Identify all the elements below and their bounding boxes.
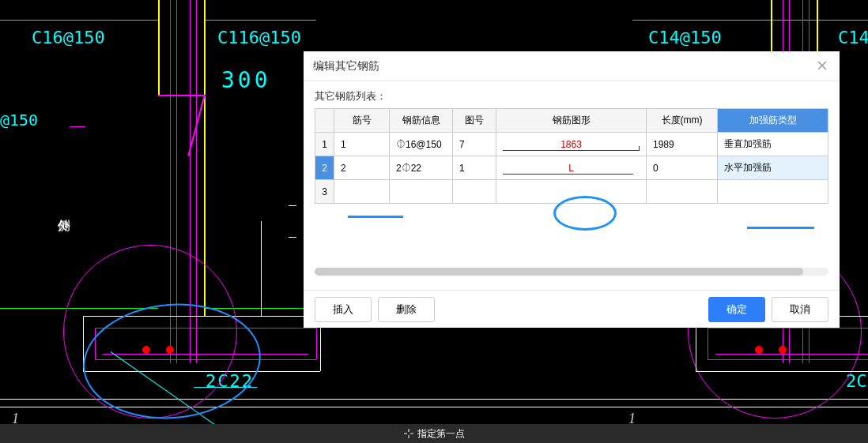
dialog-header: 编辑其它钢筋: [304, 51, 840, 81]
rebar-table: 筋号 钢筋信息 图号 钢筋图形 长度(mm) 加强筋类型 1 1 ⏀16@150…: [315, 108, 828, 204]
cad-label: C116@150: [217, 28, 301, 47]
table-row[interactable]: 1 1 ⏀16@150 7 1863 1989 垂直加强筋: [315, 133, 828, 156]
cell-info[interactable]: [390, 180, 453, 204]
status-bar: 指定第一点: [0, 424, 868, 443]
horizontal-scrollbar[interactable]: [315, 268, 828, 276]
header-length[interactable]: 长度(mm): [647, 109, 718, 133]
header-type[interactable]: 加强筋类型: [718, 109, 828, 133]
cell-type[interactable]: 水平加强筋: [718, 156, 828, 180]
row-num-cell[interactable]: 1: [315, 133, 334, 156]
header-rownum: [315, 109, 334, 133]
cell-type[interactable]: 垂直加强筋: [718, 133, 828, 156]
header-shapenum[interactable]: 图号: [453, 109, 496, 133]
shape-value: L: [503, 163, 640, 174]
row-num-cell[interactable]: 2: [315, 156, 334, 180]
cell-type[interactable]: [718, 180, 828, 204]
edit-rebar-dialog: 编辑其它钢筋 其它钢筋列表： 筋号 钢筋信息 图号 钢筋图形 长度(mm) 加强…: [304, 51, 840, 328]
dialog-footer: 插入 删除 确定 取消: [304, 290, 840, 328]
cell-id[interactable]: [334, 180, 390, 204]
cad-label: C16@150: [32, 28, 105, 47]
cell-id[interactable]: 2: [334, 156, 390, 180]
confirm-button[interactable]: 确定: [708, 297, 765, 322]
header-id[interactable]: 筋号: [334, 109, 390, 133]
cad-line: [632, 20, 868, 21]
cad-line: [0, 20, 158, 21]
shape-hook-icon: [639, 146, 640, 151]
cad-line: [696, 371, 868, 372]
cad-label: C14@150: [648, 28, 722, 47]
cell-shape[interactable]: L: [496, 156, 647, 180]
cad-tick: [289, 237, 296, 238]
cancel-button[interactable]: 取消: [772, 297, 828, 322]
cad-line: [708, 359, 868, 360]
cell-length[interactable]: [647, 180, 718, 204]
dialog-body: 其它钢筋列表： 筋号 钢筋信息 图号 钢筋图形 长度(mm) 加强筋类型 1 1…: [304, 81, 840, 290]
left-buttons: 插入 删除: [315, 297, 435, 322]
cad-rebar-dot: [779, 346, 787, 354]
cad-label: C14: [838, 28, 868, 47]
insert-button[interactable]: 插入: [315, 297, 372, 322]
cad-line: [708, 328, 708, 359]
cad-label: @150: [0, 111, 38, 130]
cell-shapenum[interactable]: [453, 180, 496, 204]
cad-line: [158, 0, 160, 95]
crosshair-icon: [403, 428, 414, 439]
cell-info[interactable]: ⏀16@150: [390, 133, 453, 156]
right-buttons: 确定 取消: [708, 297, 828, 322]
cell-shape[interactable]: [496, 180, 647, 204]
delete-button[interactable]: 删除: [378, 297, 435, 322]
cell-length[interactable]: 1989: [647, 133, 718, 156]
cad-line: [158, 95, 206, 96]
cell-shapenum[interactable]: 7: [453, 133, 496, 156]
status-prompt: 指定第一点: [417, 427, 465, 441]
table-row[interactable]: 2 2 2⏀22 1 L 0 水平加强筋: [315, 156, 828, 180]
cad-line: [708, 328, 868, 328]
table-row[interactable]: 3: [315, 180, 828, 204]
cell-id[interactable]: 1: [334, 133, 390, 156]
cad-line: [715, 354, 868, 355]
cad-line: [261, 221, 262, 316]
cad-line: [316, 328, 317, 359]
cad-rebar-dot: [755, 346, 763, 354]
shape-line-icon: [503, 174, 633, 175]
dialog-title: 编辑其它钢筋: [313, 59, 379, 73]
cell-shapenum[interactable]: 1: [453, 156, 496, 180]
cad-dimension: 300: [221, 67, 271, 93]
shape-value: 1863: [503, 139, 640, 150]
cell-length[interactable]: 0: [647, 156, 718, 180]
cell-info[interactable]: 2⏀22: [390, 156, 453, 180]
scrollbar-thumb[interactable]: [315, 268, 803, 276]
header-info[interactable]: 钢筋信息: [390, 109, 453, 133]
header-shape[interactable]: 钢筋图形: [496, 109, 647, 133]
close-button[interactable]: [814, 56, 830, 77]
cad-tick: [70, 126, 85, 127]
cad-tick: [289, 205, 296, 206]
cad-line: [206, 20, 316, 21]
cell-shape[interactable]: 1863: [496, 133, 647, 156]
row-num-cell[interactable]: 3: [315, 180, 334, 204]
table-label: 其它钢筋列表：: [315, 89, 828, 103]
shape-line-icon: [503, 150, 640, 151]
close-icon: [817, 61, 827, 70]
table-header-row: 筋号 钢筋信息 图号 钢筋图形 长度(mm) 加强筋类型: [315, 109, 828, 133]
